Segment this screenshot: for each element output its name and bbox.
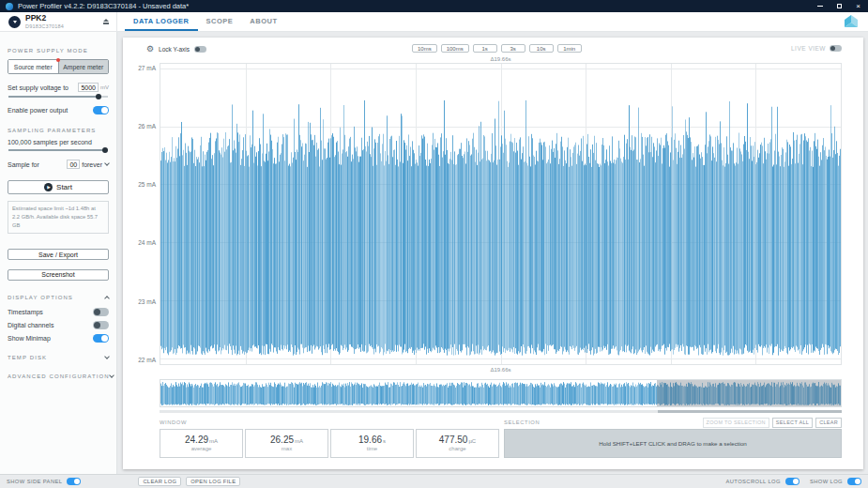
sample-rate-slider-handle[interactable] [102, 147, 108, 153]
maximize-button[interactable] [837, 2, 842, 11]
save-export-button[interactable]: Save / Export [8, 249, 109, 260]
maximize-icon [837, 4, 842, 8]
temp-disk-heading: TEMP DISK [8, 355, 47, 360]
start-button-label: Start [56, 183, 72, 191]
stat-unit-time: s [383, 438, 386, 444]
y-axis-tick-26ma: 26 mA [125, 123, 156, 130]
zoom-to-selection-button[interactable]: ZOOM TO SELECTION [703, 418, 769, 428]
enable-power-output-label: Enable power output [8, 107, 68, 114]
selection-hint-text: Hold SHIFT+LEFT CLICK and DRAG to make a… [599, 440, 747, 447]
stat-label-max: max [282, 446, 292, 451]
stat-card-charge: 477.50µC charge [416, 429, 499, 458]
screenshot-button[interactable]: Screenshot [8, 269, 109, 281]
stat-label-charge: charge [449, 446, 465, 451]
disk-space-estimate: Estimated space limit ~1d 1.48h at 2.2 G… [8, 201, 109, 234]
minimap-scrollbar-thumb[interactable] [658, 410, 842, 413]
device-select-icon[interactable] [8, 16, 21, 28]
window-100ms-button[interactable]: 100ms [441, 44, 469, 53]
chart-settings-gear-icon[interactable]: ⚙ [146, 45, 154, 53]
tab-scope[interactable]: SCOPE [198, 12, 242, 31]
stat-value-charge: 477.50 [439, 435, 468, 445]
window-10s-button[interactable]: 10s [529, 44, 554, 53]
temp-disk-section-header[interactable]: TEMP DISK [8, 355, 109, 360]
tab-data-logger[interactable]: DATA LOGGER [125, 12, 198, 31]
y-axis-tick-25ma: 25 mA [125, 181, 156, 188]
window-10ms-button[interactable]: 10ms [412, 44, 437, 53]
show-log-label: SHOW LOG [810, 479, 843, 484]
window-controls: × [817, 2, 862, 11]
live-view-toggle[interactable] [830, 45, 842, 52]
minimize-button[interactable] [817, 2, 823, 11]
minimap-canvas[interactable] [160, 380, 841, 406]
advanced-configuration-section-header[interactable]: ADVANCED CONFIGURATION [8, 374, 109, 379]
lock-y-axis-label: Lock Y-axis [159, 46, 190, 53]
open-log-file-button[interactable]: OPEN LOG FILE [186, 477, 240, 486]
chevron-down-icon [104, 354, 110, 359]
stat-card-max: 26.25mA max [245, 429, 328, 458]
power-supply-mode-heading: POWER SUPPLY MODE [8, 48, 109, 53]
window-3s-button[interactable]: 3s [501, 44, 525, 53]
stat-unit-max: mA [295, 438, 303, 444]
sample-rate-slider[interactable] [8, 149, 108, 151]
sample-duration-unit-select[interactable]: forever [82, 161, 109, 168]
window-1min-button[interactable]: 1min [557, 44, 582, 53]
status-bar-right: AUTOSCROLL LOG SHOW LOG [725, 478, 861, 485]
show-side-panel-toggle[interactable] [67, 478, 81, 485]
selection-section-label: SELECTION [504, 419, 540, 425]
minimap-scrollbar[interactable] [160, 410, 842, 413]
sample-rate-label: 100,000 samples per second [8, 139, 92, 145]
device-name: PPK2 [25, 14, 64, 23]
minimize-icon [817, 6, 823, 7]
selection-hint-box: Hold SHIFT+LEFT CLICK and DRAG to make a… [504, 429, 842, 458]
select-all-button[interactable]: SELECT ALL [772, 418, 813, 428]
digital-channels-toggle[interactable] [93, 321, 109, 329]
nav-tabs: DATA LOGGER SCOPE ABOUT [125, 12, 285, 31]
display-options-heading: DISPLAY OPTIONS [8, 295, 73, 300]
window-duration-buttons: 10ms 100ms 1s 3s 10s 1min [412, 44, 582, 53]
show-minimap-toggle[interactable] [93, 334, 109, 343]
source-meter-button[interactable]: Source meter [8, 60, 58, 73]
window-1s-button[interactable]: 1s [473, 44, 497, 53]
stat-value-time: 19.66 [358, 435, 382, 445]
side-panel: POWER SUPPLY MODE Source meter Ampere me… [0, 32, 117, 474]
display-options-section-header[interactable]: DISPLAY OPTIONS [8, 295, 109, 300]
start-button[interactable]: ▶ Start [8, 180, 109, 194]
show-log-toggle[interactable] [847, 478, 861, 485]
chevron-up-icon [104, 296, 110, 301]
y-axis-tick-24ma: 24 mA [125, 239, 156, 246]
digital-channels-row: Digital channels [8, 321, 109, 329]
play-icon: ▶ [44, 183, 53, 191]
eject-device-icon[interactable] [103, 19, 109, 24]
chart-toolbar-left: ⚙ Lock Y-axis [146, 45, 206, 53]
timestamps-toggle[interactable] [93, 308, 109, 316]
sample-for-label: Sample for [8, 161, 39, 168]
sample-duration-unit-value: forever [82, 161, 102, 168]
clear-selection-button[interactable]: CLEAR [815, 418, 842, 428]
supply-voltage-input[interactable]: 5000 [78, 83, 99, 92]
stat-unit-charge: µC [468, 438, 476, 444]
main-chart-canvas[interactable] [160, 64, 841, 364]
chart-toolbar-right: LIVE VIEW [791, 45, 842, 52]
minimap [160, 379, 842, 407]
y-axis-tick-27ma: 27 mA [125, 65, 156, 71]
delta-time-top: Δ19.66s [160, 56, 842, 62]
tab-about[interactable]: ABOUT [241, 12, 285, 31]
ampere-meter-button[interactable]: Ampere meter [58, 60, 109, 73]
sample-duration-input[interactable]: 00 [67, 160, 80, 169]
supply-voltage-slider[interactable] [8, 96, 108, 98]
device-info: PPK2 D9183C370184 [25, 14, 64, 29]
chevron-down-icon [104, 160, 110, 166]
show-side-panel-label: SHOW SIDE PANEL [7, 479, 62, 484]
close-button[interactable]: × [856, 2, 860, 11]
window-stats: 24.29mA average 26.25mA max 19.66s time … [160, 429, 499, 458]
clear-log-button[interactable]: CLEAR LOG [138, 477, 181, 486]
autoscroll-log-toggle[interactable] [785, 478, 799, 485]
voltage-slider-handle[interactable] [96, 94, 101, 99]
device-selector[interactable]: PPK2 D9183C370184 [0, 12, 117, 31]
stat-value-max: 26.25 [270, 435, 294, 445]
supply-mode-toggle-group: Source meter Ampere meter [8, 59, 109, 74]
enable-power-output-toggle[interactable] [93, 106, 109, 114]
timestamps-label: Timestamps [8, 309, 43, 315]
lock-y-axis-toggle[interactable] [194, 46, 206, 53]
autoscroll-log-label: AUTOSCROLL LOG [725, 479, 780, 484]
